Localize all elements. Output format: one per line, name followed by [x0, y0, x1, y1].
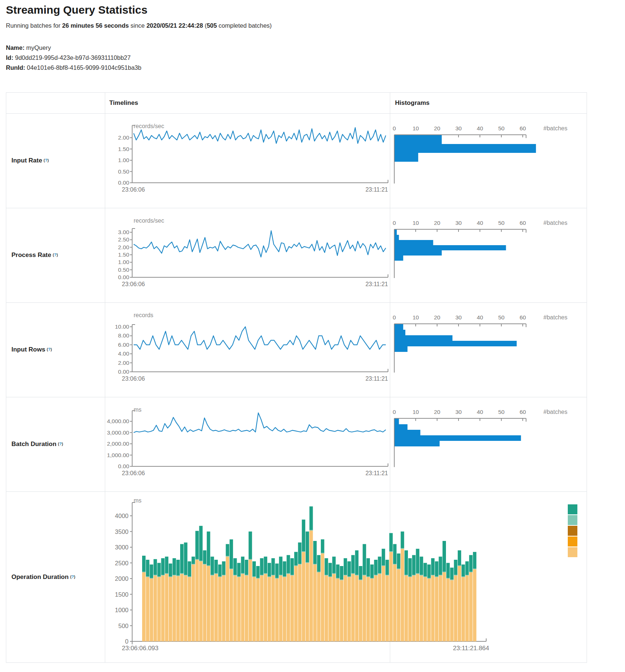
stacked-bar-top [195, 531, 199, 559]
stacked-bar-middle [473, 569, 476, 569]
stacked-bar-bottom [146, 577, 149, 641]
stacked-bar-middle [412, 575, 415, 576]
stacked-bar-bottom [180, 574, 183, 641]
stacked-bar-top [351, 555, 355, 573]
column-header-timelines: Timelines [109, 93, 138, 113]
y-tick-label: 1500 [115, 591, 128, 598]
y-tick-label: 2.00 [118, 360, 130, 366]
stacked-bar-top [298, 542, 301, 564]
stacked-bar-middle [378, 573, 381, 574]
stacked-bar-middle [324, 575, 328, 576]
stacked-bar-bottom [226, 557, 229, 642]
histogram-bar [395, 435, 521, 441]
stacked-bar-middle [283, 576, 286, 577]
stacked-bar-top [188, 561, 191, 576]
stacked-bar-middle [332, 573, 336, 574]
stacked-bar-top [363, 544, 366, 575]
query-id-label: Id: [6, 54, 13, 61]
x-start-label: 23:06:06 [122, 186, 145, 193]
stacked-bar-top [439, 557, 442, 575]
stacked-bar-middle [253, 576, 256, 577]
stacked-bar-top [161, 558, 165, 575]
stacked-bar-bottom [150, 579, 153, 641]
stacked-bar-bottom [283, 577, 286, 641]
stacked-bar-bottom [363, 576, 366, 642]
stacked-bar-middle [157, 576, 161, 577]
stacked-bar-bottom [271, 576, 275, 642]
stacked-bar-bottom [291, 576, 294, 642]
stacked-bar-middle [203, 564, 206, 565]
y-tick-label: 3000 [115, 544, 128, 551]
stacked-bar-middle [469, 572, 473, 572]
stacked-bar-bottom [359, 580, 362, 641]
operation-duration-svg: ms4000350030002500200015001000500023:06:… [6, 491, 587, 662]
stacked-bar-top [427, 565, 431, 578]
stacked-bar-bottom [324, 576, 328, 642]
stacked-bar-top [306, 532, 309, 562]
histogram-bar [395, 324, 403, 330]
summary-open: ( [203, 22, 207, 29]
stacked-bar-middle [454, 575, 457, 576]
stacked-bar-middle [150, 578, 153, 579]
stacked-bar-bottom [393, 565, 396, 641]
stacked-bar-middle [233, 575, 237, 576]
stacked-bar-top [165, 557, 168, 573]
stacked-bar-middle [306, 562, 309, 563]
stacked-bar-middle [420, 575, 423, 576]
stacked-bar-middle [180, 573, 183, 574]
query-name-value: myQuery [26, 44, 51, 51]
query-id-line: Id: 9d0dd219-995d-423e-b97d-36931110bb27 [6, 53, 141, 63]
stacked-bar-top [199, 526, 203, 560]
stacked-bar-bottom [222, 576, 225, 642]
stacked-bar-top [264, 557, 267, 573]
stacked-bar-top [279, 557, 282, 575]
stacked-bar-bottom [367, 577, 370, 641]
y-tick-label: 1.00 [118, 157, 130, 163]
stacked-bar-bottom [248, 560, 252, 641]
stacked-bar-middle [207, 565, 210, 566]
stacked-bar-bottom [382, 566, 385, 641]
histogram-bar [395, 230, 397, 235]
stacked-bar-bottom [286, 574, 290, 641]
stacked-bar-top [150, 565, 153, 578]
stacked-bar-middle [256, 578, 260, 579]
histogram-bar [395, 346, 408, 352]
stacked-bar-top [329, 563, 332, 577]
hist-tick-label: 50 [498, 125, 505, 131]
stacked-bar-middle [291, 575, 294, 576]
stacked-bar-bottom [157, 577, 161, 641]
y-tick-label: 2.00 [118, 244, 130, 250]
stacked-bar-top [146, 560, 149, 576]
hist-tick-label: 20 [434, 220, 440, 226]
stacked-bar-bottom [420, 576, 423, 642]
stacked-bar-top [321, 539, 324, 553]
stacked-bar-bottom [355, 576, 358, 642]
hist-tick-label: 0 [393, 409, 396, 415]
stacked-bar-bottom [321, 553, 324, 641]
hist-tick-label: 30 [455, 220, 462, 226]
x-start-label: 23:06:06 [122, 376, 145, 382]
stacked-bar-top [207, 532, 210, 566]
operation-duration-chart: ms4000350030002500200015001000500023:06:… [6, 491, 587, 662]
stacked-bar-top [370, 565, 374, 578]
stacked-bar-middle [302, 551, 305, 552]
timeline-line [134, 413, 386, 432]
stacked-bar-bottom [268, 577, 271, 641]
stacked-bar-middle [431, 575, 435, 576]
stacked-bar-top [393, 544, 396, 564]
stacked-bar-bottom [389, 552, 393, 641]
stacked-bar-bottom [461, 577, 465, 641]
stacked-bar-middle [423, 576, 427, 577]
stacked-bar-middle [370, 578, 374, 579]
stacked-bar-bottom [458, 566, 461, 641]
stacked-bar-top [359, 566, 362, 580]
histogram-bar [395, 441, 440, 446]
hist-tick-label: 10 [412, 220, 419, 226]
running-batches-summary: Running batches for 26 minutes 56 second… [6, 22, 272, 29]
stacked-bar-bottom [454, 576, 457, 642]
stacked-bar-top [203, 551, 206, 564]
stacked-bar-top [466, 561, 469, 575]
stacked-bar-top [180, 544, 183, 573]
histogram-bar [395, 330, 405, 335]
stacked-bar-top [233, 558, 237, 575]
